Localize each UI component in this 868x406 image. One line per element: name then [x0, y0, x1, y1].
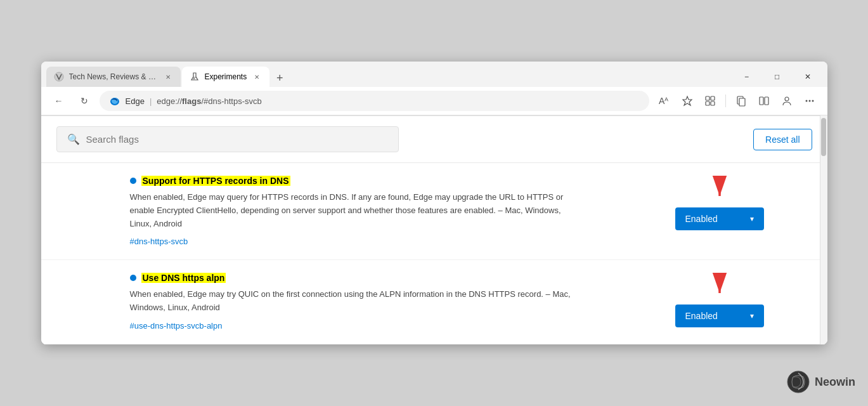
flag-item-dns-alpn: Use DNS https alpn When enabled, Edge ma…: [41, 260, 827, 344]
flag-info-dns-alpn: Use DNS https alpn When enabled, Edge ma…: [130, 273, 663, 331]
svg-rect-10: [739, 98, 745, 106]
svg-point-16: [812, 100, 813, 102]
flags-list: Support for HTTPS records in DNS When en…: [41, 163, 827, 344]
svg-point-14: [805, 100, 807, 102]
flag-dot-1: [130, 178, 136, 184]
dropdown-chevron-2: ▾: [750, 311, 754, 320]
red-arrow-icon-1: [707, 176, 732, 201]
extensions-icon[interactable]: [700, 91, 720, 111]
search-flags-input[interactable]: [86, 134, 388, 145]
neowin-logo-icon: [787, 370, 810, 393]
more-options-icon[interactable]: [800, 91, 820, 111]
flag-anchor-dns-alpn[interactable]: #use-dns-https-svcb-alpn: [130, 321, 223, 331]
flag-description-dns-alpn: When enabled, Edge may try QUIC on the f…: [130, 288, 574, 315]
back-button[interactable]: ←: [49, 91, 69, 111]
new-tab-button[interactable]: +: [271, 69, 288, 87]
tab-experiments[interactable]: Experiments ✕: [182, 67, 270, 87]
scrollbar-track[interactable]: [820, 115, 827, 344]
tab-favicon-flask: [190, 72, 200, 82]
address-path: edge://flags/#dns-https-svcb: [157, 96, 261, 106]
red-arrow-icon-2: [707, 273, 732, 298]
address-domain: Edge: [126, 96, 145, 106]
edge-logo-icon: [109, 95, 120, 107]
enabled-dropdown-dns-alpn[interactable]: Enabled ▾: [675, 304, 764, 327]
neowin-brand: Neowin: [815, 376, 855, 389]
scrollbar-thumb[interactable]: [821, 118, 826, 156]
flag-title-row-1: Support for HTTPS records in DNS: [130, 176, 663, 186]
svg-rect-8: [711, 102, 715, 105]
maximize-button[interactable]: □: [763, 67, 792, 87]
read-aloud-icon[interactable]: Aᴬ: [654, 91, 675, 111]
svg-rect-6: [711, 96, 715, 100]
search-flags-input-wrap[interactable]: 🔍: [56, 126, 399, 152]
enabled-dropdown-dns-https[interactable]: Enabled ▾: [675, 207, 764, 230]
flag-title-dns-https: Support for HTTPS records in DNS: [141, 176, 290, 186]
page-content: 🔍 Reset all Support for HTTPS records in…: [41, 115, 827, 344]
reset-all-button[interactable]: Reset all: [753, 129, 812, 150]
svg-text:Aᴬ: Aᴬ: [659, 96, 668, 106]
flag-description-dns-https: When enabled, Edge may query for HTTPS r…: [130, 191, 574, 230]
page-wrapper: 🔍 Reset all Support for HTTPS records in…: [41, 115, 827, 344]
nav-icons: Aᴬ: [654, 91, 820, 111]
tab-favicon-neowin: [54, 72, 64, 82]
flag-title-row-2: Use DNS https alpn: [130, 273, 663, 283]
svg-rect-5: [706, 96, 709, 100]
svg-point-13: [785, 97, 789, 101]
flag-info-dns-https: Support for HTTPS records in DNS When en…: [130, 176, 663, 247]
svg-rect-12: [765, 97, 768, 105]
flag-title-dns-alpn: Use DNS https alpn: [141, 273, 226, 283]
search-icon: 🔍: [67, 133, 80, 145]
minimize-button[interactable]: −: [732, 67, 761, 87]
dropdown-chevron-1: ▾: [750, 214, 754, 223]
window-controls: − □ ✕: [732, 67, 822, 87]
tab-tech-news[interactable]: Tech News, Reviews & Betas | Ne… ✕: [46, 67, 181, 87]
svg-point-15: [808, 100, 810, 102]
flag-anchor-dns-https[interactable]: #dns-https-svcb: [130, 237, 188, 246]
collections-icon[interactable]: [731, 91, 751, 111]
flag-dot-2: [130, 275, 136, 281]
tab-label-experiments: Experiments: [205, 72, 247, 81]
search-bar-area: 🔍 Reset all: [41, 116, 827, 163]
tab-close-tech-news[interactable]: ✕: [163, 72, 173, 82]
svg-rect-11: [760, 97, 763, 105]
svg-rect-7: [706, 102, 709, 105]
tab-close-experiments[interactable]: ✕: [252, 72, 262, 82]
profile-icon[interactable]: [777, 91, 797, 111]
split-screen-icon[interactable]: [754, 91, 774, 111]
flag-control-dns-https: Enabled ▾: [675, 176, 764, 230]
address-separator: |: [150, 96, 152, 106]
tab-area: Tech News, Reviews & Betas | Ne… ✕ Exper…: [46, 67, 730, 87]
close-button[interactable]: ✕: [793, 67, 822, 87]
svg-point-1: [193, 78, 195, 79]
favorites-icon[interactable]: [677, 91, 697, 111]
address-bar[interactable]: Edge | edge://flags/#dns-https-svcb: [100, 91, 649, 111]
refresh-button[interactable]: ↻: [74, 91, 94, 111]
title-bar: Tech News, Reviews & Betas | Ne… ✕ Exper…: [41, 62, 827, 87]
nav-bar: ← ↻ Edge | edge://flags/#dns-https-svcb …: [41, 87, 827, 115]
tab-label-tech-news: Tech News, Reviews & Betas | Ne…: [69, 72, 158, 81]
flag-item-dns-https: Support for HTTPS records in DNS When en…: [41, 163, 827, 260]
nav-divider: [725, 95, 726, 107]
neowin-watermark: Neowin: [787, 370, 855, 393]
flag-control-dns-alpn: Enabled ▾: [675, 273, 764, 327]
